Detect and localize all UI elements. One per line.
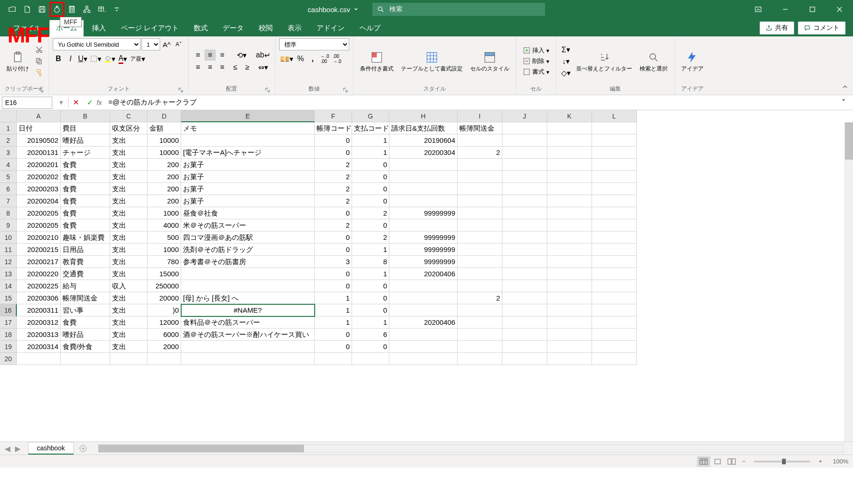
new-file-icon[interactable] xyxy=(20,2,35,17)
cell[interactable]: 習い事 xyxy=(61,304,110,316)
cell[interactable] xyxy=(592,134,637,147)
cell[interactable] xyxy=(458,341,502,353)
cell[interactable] xyxy=(389,329,458,341)
cell[interactable] xyxy=(458,219,502,231)
cell[interactable] xyxy=(458,134,502,147)
cell[interactable]: 0 xyxy=(352,195,389,207)
cell[interactable]: 20200304 xyxy=(389,147,458,159)
cell[interactable]: お菓子 xyxy=(181,195,315,207)
cell[interactable]: 0 xyxy=(315,147,352,159)
cell[interactable]: 20200406 xyxy=(389,316,458,329)
align-center-icon[interactable]: ≡ xyxy=(204,62,216,73)
tab-review[interactable]: 校閲 xyxy=(252,20,279,36)
cell[interactable] xyxy=(547,171,592,183)
row-header-8[interactable]: 8 xyxy=(0,207,17,219)
header-cell[interactable]: 費目 xyxy=(61,122,110,134)
cell[interactable] xyxy=(592,231,637,244)
header-cell[interactable]: 請求日&支払回数 xyxy=(389,122,458,134)
cell[interactable] xyxy=(502,292,547,304)
percent-icon[interactable]: % xyxy=(295,53,306,64)
header-cell[interactable] xyxy=(592,122,637,134)
cell[interactable] xyxy=(502,256,547,268)
cell[interactable]: 250000 xyxy=(148,280,181,292)
cell[interactable] xyxy=(502,183,547,195)
cell[interactable] xyxy=(458,353,502,365)
column-header-G[interactable]: G xyxy=(352,110,389,122)
cell[interactable] xyxy=(389,195,458,207)
cell[interactable]: 0 xyxy=(315,341,352,353)
name-box-dropdown-icon[interactable]: ▾ xyxy=(54,96,68,110)
cell[interactable]: 米＠その筋スーパー xyxy=(181,219,315,231)
italic-button[interactable]: I xyxy=(65,53,76,64)
cell[interactable]: 0 xyxy=(315,280,352,292)
normal-view-icon[interactable] xyxy=(697,456,710,467)
cell[interactable]: お菓子 xyxy=(181,159,315,171)
cell[interactable] xyxy=(592,147,637,159)
autosum-icon[interactable]: Σ▾ xyxy=(560,44,571,55)
cell[interactable] xyxy=(592,207,637,219)
tab-addin[interactable]: アドイン xyxy=(310,20,351,36)
format-as-table-button[interactable]: テーブルとして書式設定 xyxy=(398,49,465,74)
cell[interactable]: 2 xyxy=(315,183,352,195)
cell[interactable] xyxy=(547,134,592,147)
cell[interactable]: 8 xyxy=(352,256,389,268)
cell[interactable]: 0 xyxy=(352,219,389,231)
add-sheet-icon[interactable] xyxy=(78,443,89,454)
accounting-format-icon[interactable]: 💴▾ xyxy=(279,53,294,64)
cell[interactable] xyxy=(458,280,502,292)
decrease-decimal-icon[interactable]: .00→.0 xyxy=(331,53,343,64)
row-header-2[interactable]: 2 xyxy=(0,134,17,147)
cell[interactable] xyxy=(502,304,547,316)
cell[interactable] xyxy=(458,304,502,316)
cell[interactable] xyxy=(61,353,110,365)
cell[interactable]: チャージ xyxy=(61,147,110,159)
header-cell[interactable] xyxy=(502,122,547,134)
cell[interactable]: 20000 xyxy=(148,292,181,304)
cell[interactable] xyxy=(547,280,592,292)
cell[interactable]: 0 xyxy=(315,329,352,341)
cell[interactable] xyxy=(547,329,592,341)
cell[interactable]: 20200201 xyxy=(17,159,61,171)
cell[interactable]: 支出 xyxy=(110,195,148,207)
header-cell[interactable] xyxy=(547,122,592,134)
header-cell[interactable]: 帳簿間送金 xyxy=(458,122,502,134)
cell[interactable]: #NAME? xyxy=(181,304,315,316)
cell[interactable]: 洗剤＠その筋ドラッグ xyxy=(181,244,315,256)
cell[interactable] xyxy=(389,353,458,365)
cell[interactable] xyxy=(458,244,502,256)
row-header-3[interactable]: 3 xyxy=(0,147,17,159)
dialog-launcher-icon[interactable] xyxy=(178,87,183,93)
cell[interactable]: 10000 xyxy=(148,147,181,159)
cell[interactable]: 20200313 xyxy=(17,329,61,341)
cell[interactable]: 20200217 xyxy=(17,256,61,268)
tab-nav-prev-icon[interactable]: ◀ xyxy=(5,444,13,453)
header-cell[interactable]: 帳簿コード xyxy=(315,122,352,134)
open-icon[interactable] xyxy=(5,2,20,17)
wrap-text-icon[interactable]: ab↵ xyxy=(255,49,271,61)
column-header-E[interactable]: E xyxy=(181,110,315,122)
cell[interactable]: 支出 xyxy=(110,292,148,304)
cell[interactable]: 食費/外食 xyxy=(61,341,110,353)
cell[interactable]: 20200306 xyxy=(17,292,61,304)
column-header-L[interactable]: L xyxy=(592,110,637,122)
cell[interactable] xyxy=(547,183,592,195)
cell[interactable] xyxy=(502,316,547,329)
borders-icon[interactable]: ▾ xyxy=(89,53,102,64)
column-header-I[interactable]: I xyxy=(458,110,502,122)
column-header-A[interactable]: A xyxy=(17,110,61,122)
cell[interactable] xyxy=(458,183,502,195)
cell[interactable]: 2 xyxy=(458,292,502,304)
calculator-icon[interactable] xyxy=(64,2,79,17)
find-select-button[interactable]: 検索と選択 xyxy=(637,49,670,74)
cell[interactable]: 食費 xyxy=(61,219,110,231)
orientation-icon[interactable]: ⟲▾ xyxy=(230,49,253,61)
cell[interactable] xyxy=(502,207,547,219)
header-cell[interactable]: メモ xyxy=(181,122,315,134)
cell[interactable]: 1 xyxy=(315,316,352,329)
cell[interactable]: 2 xyxy=(352,207,389,219)
cell[interactable] xyxy=(502,329,547,341)
cell[interactable] xyxy=(389,280,458,292)
row-header-19[interactable]: 19 xyxy=(0,341,17,353)
cell-styles-button[interactable]: セルのスタイル xyxy=(467,49,512,74)
cell[interactable]: 1 xyxy=(352,147,389,159)
